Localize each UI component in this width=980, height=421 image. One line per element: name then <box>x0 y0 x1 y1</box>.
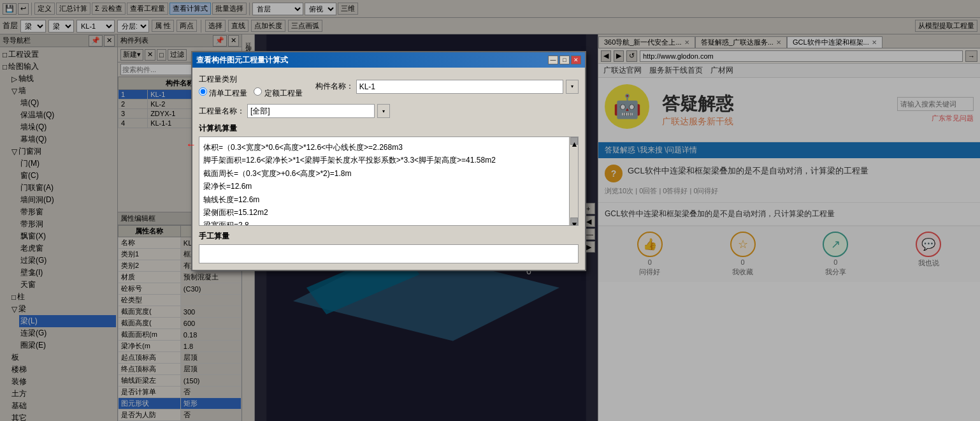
calc-modal: 查看构件图元工程量计算式 — □ ✕ 工程量类别 清单工程量 <box>191 51 586 271</box>
qty-name-dropdown-btn[interactable]: ▾ <box>377 104 390 118</box>
calc-line-5: 梁侧面积=15.12m2 <box>203 206 568 219</box>
manual-label: 手工算量 <box>199 231 579 242</box>
manual-calc-section: 手工算量 <box>199 231 579 263</box>
modal-maximize-btn[interactable]: □ <box>559 55 570 64</box>
qty-name-label: 工程量名称： <box>199 106 245 117</box>
radio-quota-input[interactable] <box>254 87 262 96</box>
calc-content-wrapper: 体积=（0.3<宽度>*0.6<高度>*12.6<中心线长度>=2.268m3 … <box>199 137 579 226</box>
quantity-type-section: 工程量类别 清单工程量 定额工程量 <box>199 74 303 99</box>
scroll-up-btn[interactable]: ▲ <box>570 137 578 145</box>
modal-body: 工程量类别 清单工程量 定额工程量 构件名称： <box>192 68 585 270</box>
calc-line-1: 脚手架面积=12.6<梁净长>*1<梁脚手架长度水平投影系数>*3.3<脚手架高… <box>203 154 568 166</box>
comp-dropdown-btn[interactable]: ▾ <box>566 80 579 94</box>
calc-scrollbar[interactable]: ▲ ▼ <box>569 137 578 225</box>
qty-type-label: 工程量类别 <box>199 75 237 84</box>
modal-controls: — □ ✕ <box>548 55 581 64</box>
modal-close-btn[interactable]: ✕ <box>571 55 581 64</box>
radio-list-input[interactable] <box>199 87 207 96</box>
red-arrow-indicator: ← <box>186 139 196 151</box>
modal-title: 查看构件图元工程量计算式 <box>196 55 288 66</box>
radio-quota[interactable]: 定额工程量 <box>254 87 302 99</box>
scroll-down-btn[interactable]: ▼ <box>570 218 578 225</box>
manual-input-area[interactable] <box>199 244 579 263</box>
calc-line-3: 梁净长=12.6m <box>203 180 568 193</box>
calc-line-6: 梁宽面积=2.8 <box>203 219 568 226</box>
component-name-row: 构件名称： ▾ <box>315 80 579 94</box>
comp-name-label: 构件名称： <box>315 81 354 92</box>
calc-section-label: 计算机算量 <box>199 123 579 134</box>
calc-line-0: 体积=（0.3<宽度>*0.6<高度>*12.6<中心线长度>=2.268m3 <box>203 141 568 154</box>
radio-group: 清单工程量 定额工程量 <box>199 87 303 99</box>
qty-name-row: 工程量名称： ▾ <box>199 104 579 118</box>
qty-name-input[interactable] <box>247 104 375 118</box>
calc-line-2: 截面周长=（0.3<宽度>+0.6<高度>*2)=1.8m <box>203 167 568 180</box>
modal-overlay: 查看构件图元工程量计算式 — □ ✕ 工程量类别 清单工程量 <box>0 0 980 421</box>
calc-line-4: 轴线长度=12.6m <box>203 193 568 206</box>
modal-titlebar: 查看构件图元工程量计算式 — □ ✕ <box>192 52 585 68</box>
modal-minimize-btn[interactable]: — <box>548 55 558 64</box>
calc-content: 体积=（0.3<宽度>*0.6<高度>*12.6<中心线长度>=2.268m3 … <box>199 137 579 226</box>
radio-list[interactable]: 清单工程量 <box>199 87 247 99</box>
comp-name-input[interactable] <box>356 80 563 94</box>
